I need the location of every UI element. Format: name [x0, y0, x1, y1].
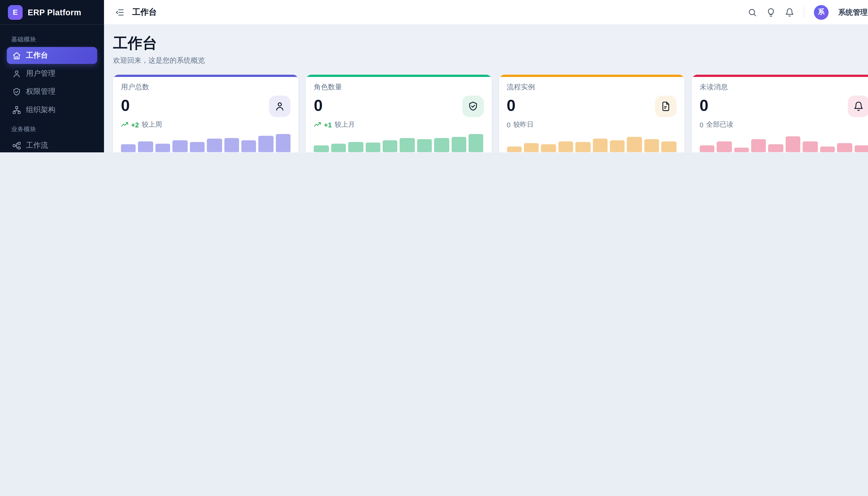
sidebar-item-label: 用户管理 [26, 68, 55, 79]
stat-card-roles: 角色数量 0 +1 较上月 [306, 75, 492, 152]
spark-bar [751, 139, 766, 152]
user-name[interactable]: 系统管理员 [838, 7, 868, 17]
user-icon [269, 95, 291, 117]
spark-bar [593, 139, 608, 152]
main-content: 工作台 欢迎回来，这是您的系统概览 用户总数 0 +2 较上周 [104, 25, 868, 152]
stat-value: 0 [314, 98, 323, 115]
page-title: 工作台 [113, 35, 868, 52]
avatar[interactable]: 系 [814, 5, 829, 20]
stat-cards: 用户总数 0 +2 较上周 角色数量 [113, 75, 868, 152]
trend-value: +1 [324, 121, 332, 129]
trend-label: 全部已读 [706, 120, 733, 129]
spark-bar [768, 144, 783, 152]
stat-trend: +2 较上周 [121, 121, 291, 129]
nav-section-label: 业务模块 [11, 126, 93, 134]
spark-bar [417, 139, 432, 152]
stat-trend: 0 全部已读 [700, 121, 868, 129]
sidebar-item-label: 权限管理 [26, 87, 55, 97]
stat-label: 流程实例 [507, 82, 676, 92]
sidebar-item-label: 工作台 [26, 50, 48, 61]
home-icon [13, 51, 21, 60]
accent-bar [692, 75, 868, 77]
bell-icon [848, 95, 868, 117]
spark-bar [576, 142, 591, 152]
erp-dashboard: E ERP Platform 基础模块 工作台 用户管理 权限管理 组织架构 业… [0, 0, 868, 152]
accent-bar [306, 75, 492, 77]
trend-label: 较上月 [335, 120, 355, 129]
spark-bar [258, 136, 273, 152]
stat-card-unread-messages: 未读消息 0 0 全部已读 [692, 75, 868, 152]
header-actions: 系 系统管理员 [748, 5, 868, 20]
stat-label: 未读消息 [700, 82, 868, 92]
page-subtitle: 欢迎回来，这是您的系统概览 [113, 56, 868, 65]
sidebar-item-label: 组织架构 [26, 105, 55, 115]
spark-bar [121, 144, 136, 152]
sidebar-item-users[interactable]: 用户管理 [7, 65, 97, 82]
spark-bar [383, 140, 398, 152]
brand-header: E ERP Platform [0, 0, 104, 25]
spark-bar [155, 143, 170, 152]
stat-card-users-total: 用户总数 0 +2 较上周 [113, 75, 299, 152]
spark-bar [314, 145, 329, 152]
accent-bar [113, 75, 299, 77]
workflow-icon [13, 141, 21, 150]
brand-name: ERP Platform [28, 7, 81, 17]
trend-value: +2 [131, 121, 139, 129]
spark-bar [717, 142, 732, 152]
stat-trend: 0 较昨日 [507, 121, 676, 129]
spark-bar [558, 141, 573, 152]
spark-bar [610, 140, 625, 152]
trending-up-icon [121, 121, 128, 128]
stat-label: 角色数量 [314, 82, 484, 92]
menu-fold-icon[interactable] [115, 7, 124, 17]
sidebar-item-workflow[interactable]: 工作流 [7, 137, 97, 152]
spark-bar [627, 137, 642, 152]
spark-bar [138, 141, 153, 152]
user-icon [13, 69, 21, 78]
shield-check-icon [13, 88, 21, 96]
spark-bar [348, 142, 363, 152]
org-chart-icon [13, 106, 21, 114]
sidebar-item-organization[interactable]: 组织架构 [7, 101, 97, 118]
spark-bar [331, 143, 346, 152]
trending-up-icon [314, 121, 321, 128]
divider [804, 6, 804, 18]
header-title: 工作台 [132, 7, 157, 18]
spark-bar [241, 140, 256, 152]
trend-value: 0 [507, 121, 511, 129]
spark-bar [854, 145, 868, 152]
search-icon[interactable] [748, 7, 757, 17]
shield-check-icon [462, 95, 484, 117]
spark-bar [173, 140, 188, 152]
spark-bar [400, 138, 415, 152]
spark-bar [644, 139, 659, 152]
sparkline-bars [507, 133, 676, 152]
notification-bell-icon[interactable] [785, 7, 794, 17]
stat-value: 0 [121, 98, 130, 115]
sidebar-item-workbench[interactable]: 工作台 [7, 47, 97, 64]
trend-label: 较昨日 [513, 120, 534, 129]
spark-bar [820, 146, 835, 152]
spark-bar [700, 145, 714, 152]
stat-value: 0 [700, 98, 708, 115]
stat-card-process-instances: 流程实例 0 0 较昨日 [499, 75, 684, 152]
spark-bar [190, 142, 205, 152]
app-logo: E [8, 5, 23, 20]
spark-bar [468, 134, 483, 152]
sidebar-nav: 基础模块 工作台 用户管理 权限管理 组织架构 业务模块 工作流 [0, 25, 104, 152]
sidebar-item-label: 工作流 [26, 140, 48, 151]
spark-bar [837, 143, 852, 152]
sidebar-item-permissions[interactable]: 权限管理 [7, 83, 97, 100]
spark-bar [524, 143, 539, 152]
theme-bulb-icon[interactable] [767, 7, 775, 17]
sparkline-bars [121, 133, 291, 152]
spark-bar [207, 139, 222, 152]
spark-bar [541, 144, 556, 152]
spark-bar [434, 138, 449, 152]
sparkline-bars [314, 133, 484, 152]
stat-value: 0 [507, 98, 516, 115]
spark-bar [224, 138, 239, 152]
spark-bar [366, 142, 380, 152]
nav-section-label: 基础模块 [11, 36, 93, 44]
spark-bar [734, 148, 749, 152]
